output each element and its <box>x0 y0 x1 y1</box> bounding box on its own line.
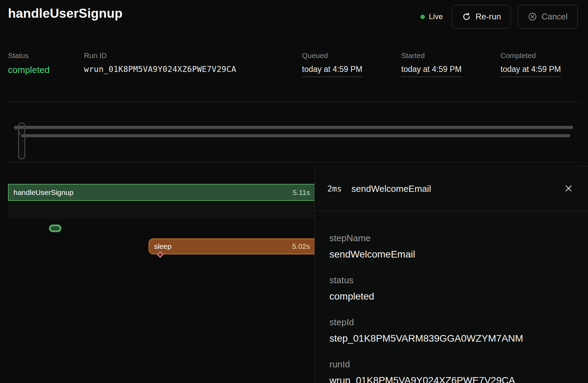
meta-completed-label: Completed <box>501 51 536 60</box>
minimap-step-dot <box>15 128 17 130</box>
step-duration: 2ms <box>327 184 342 193</box>
status-badge: completed <box>8 65 50 75</box>
minimap-bar-sleep <box>21 134 570 137</box>
field-status: status completed <box>329 275 574 302</box>
minimap-bar-handleUserSignup <box>14 126 573 129</box>
meta-queued: Queued today at 4:59 PM <box>302 51 328 60</box>
live-indicator[interactable]: Live <box>420 12 443 21</box>
close-button[interactable] <box>561 181 576 196</box>
step-detail-header: 2ms sendWelcomeEmail <box>315 166 588 211</box>
step-detail-body: stepName sendWelcomeEmail status complet… <box>315 211 588 383</box>
timeline-bar-sleep[interactable]: sleep 5.02s <box>149 238 314 254</box>
timeline-bar-handleUserSignup[interactable]: handleUserSignup 5.11s <box>8 184 314 201</box>
workflow-run-page: handleUserSignup Live Re-run <box>0 0 588 383</box>
field-stepName: stepName sendWelcomeEmail <box>329 233 574 260</box>
meta-queued-label: Queued <box>302 51 328 60</box>
page-title: handleUserSignup <box>8 6 123 21</box>
top-bar: handleUserSignup Live Re-run <box>0 0 588 35</box>
rerun-label: Re-run <box>476 12 501 22</box>
field-label: stepName <box>329 233 574 244</box>
meta-status: Status completed <box>8 51 29 60</box>
field-stepId: stepId step_01K8PM5VARM839GGA0WZYM7ANM <box>329 317 574 344</box>
step-detail-panel: 2ms sendWelcomeEmail stepName sendWelcom… <box>314 166 588 383</box>
bar-duration: 5.02s <box>292 242 314 251</box>
cancel-circle-icon <box>528 12 537 21</box>
timeline-row-highlight <box>8 202 314 219</box>
bar-duration: 5.11s <box>293 188 314 197</box>
run-id-value: wrun_01K8PM5VA9Y024XZ6PWE7V29CA <box>84 65 236 74</box>
started-time: today at 4:59 PM <box>401 65 462 77</box>
meta-completed: Completed today at 4:59 PM <box>501 51 536 60</box>
field-runId: runId wrun_01K8PM5VA9Y024XZ6PWE7V29CA <box>329 359 574 383</box>
rerun-button[interactable]: Re-run <box>452 5 511 28</box>
run-metadata: Status completed Run ID wrun_01K8PM5VA9Y… <box>0 51 588 83</box>
step-title: sendWelcomeEmail <box>352 184 561 194</box>
completed-time: today at 4:59 PM <box>501 65 561 77</box>
field-label: runId <box>329 359 574 370</box>
minimap-zoom-handle[interactable] <box>18 122 25 160</box>
queued-time: today at 4:59 PM <box>302 65 362 77</box>
field-value: completed <box>329 291 574 302</box>
live-label: Live <box>429 12 443 21</box>
refresh-icon <box>462 12 471 21</box>
meta-run-id-label: Run ID <box>84 51 107 60</box>
field-label: stepId <box>329 317 574 328</box>
bar-label: handleUserSignup <box>9 188 74 197</box>
meta-status-label: Status <box>8 51 29 60</box>
field-value: step_01K8PM5VARM839GGA0WZYM7ANM <box>329 333 574 344</box>
field-value: sendWelcomeEmail <box>329 249 574 260</box>
divider <box>8 162 580 162</box>
cancel-button[interactable]: Cancel <box>518 5 578 28</box>
field-label: status <box>329 275 574 286</box>
divider <box>8 102 580 102</box>
bar-label: sleep <box>149 242 171 251</box>
meta-run-id: Run ID wrun_01K8PM5VA9Y024XZ6PWE7V29CA <box>84 51 107 60</box>
meta-started-label: Started <box>401 51 425 60</box>
cancel-label: Cancel <box>541 12 568 22</box>
top-bar-actions: Live Re-run Cancel <box>420 5 578 28</box>
live-dot-icon <box>420 15 425 19</box>
meta-started: Started today at 4:59 PM <box>401 51 425 60</box>
field-value: wrun_01K8PM5VA9Y024XZ6PWE7V29CA <box>329 375 574 383</box>
close-x-icon <box>564 184 573 194</box>
timeline-bar-sendWelcomeEmail[interactable] <box>49 225 61 232</box>
